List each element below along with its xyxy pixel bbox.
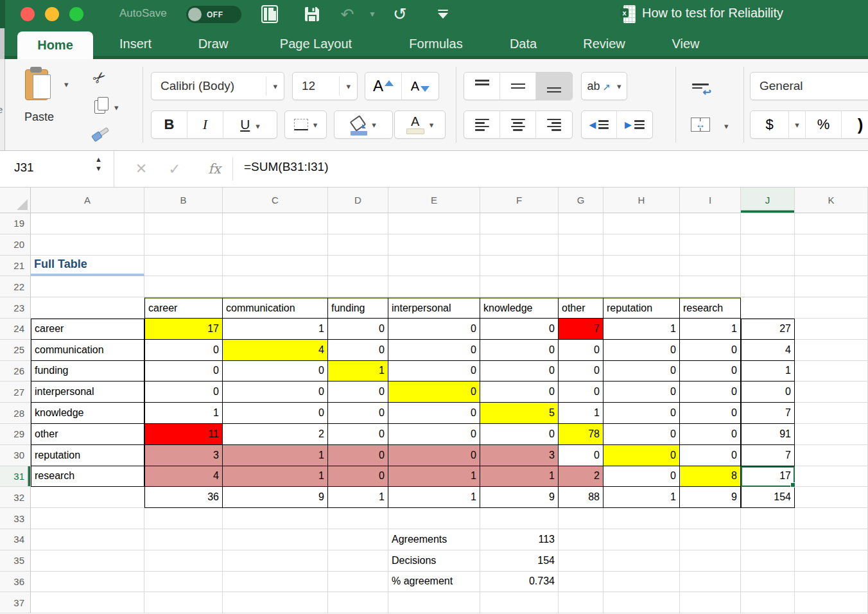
cell-G31[interactable]: 2 (559, 466, 603, 487)
new-workbook-button[interactable] (259, 5, 280, 23)
cell-E32[interactable]: 1 (388, 487, 480, 508)
cell-G33[interactable] (559, 508, 603, 529)
tab-view[interactable]: View (672, 28, 700, 59)
cell-G27[interactable]: 0 (559, 382, 603, 403)
cell-E23[interactable]: interpersonal (388, 297, 480, 319)
currency-dropdown[interactable] (789, 111, 806, 138)
cell-G37[interactable] (559, 592, 603, 613)
column-header-G[interactable]: G (559, 188, 603, 213)
cell-J37[interactable] (741, 592, 795, 613)
cell-H23[interactable]: reputation (603, 297, 680, 319)
merge-center-button[interactable]: ↔ (681, 110, 720, 139)
cell-I19[interactable] (680, 213, 741, 234)
cell-I35[interactable] (680, 550, 741, 572)
cell-I33[interactable] (680, 508, 741, 529)
borders-button[interactable] (284, 110, 327, 139)
cell-E36[interactable]: % agreement (388, 572, 480, 593)
tab-review[interactable]: Review (583, 28, 625, 59)
currency-style-button[interactable]: $ (751, 111, 789, 138)
row-header-37[interactable]: 37 (0, 592, 31, 613)
cell-H31[interactable]: 0 (603, 466, 680, 487)
row-header-29[interactable]: 29 (0, 424, 31, 445)
cell-A36[interactable] (31, 572, 144, 593)
cell-K26[interactable] (795, 361, 868, 382)
cell-E34[interactable]: Agreements (388, 529, 480, 550)
cell-K37[interactable] (795, 592, 868, 613)
cell-H21[interactable] (603, 256, 680, 277)
cell-C24[interactable]: 1 (223, 319, 328, 340)
undo-button[interactable]: ↶ (338, 5, 357, 23)
font-size-select[interactable]: 12 (292, 72, 358, 100)
cell-F25[interactable]: 0 (480, 340, 559, 361)
comma-style-button[interactable]: ) (842, 111, 868, 138)
cell-I25[interactable]: 0 (680, 340, 741, 361)
align-center-button[interactable] (500, 111, 536, 138)
cell-J26[interactable]: 1 (741, 361, 795, 382)
cell-D24[interactable]: 0 (328, 319, 388, 340)
cell-H35[interactable] (603, 550, 680, 572)
tab-insert[interactable]: Insert (119, 28, 152, 59)
bold-button[interactable]: B (152, 111, 187, 138)
cell-J28[interactable]: 7 (741, 403, 795, 424)
cell-C37[interactable] (223, 592, 328, 613)
cell-B27[interactable]: 0 (144, 382, 223, 403)
column-header-I[interactable]: I (680, 188, 741, 213)
cell-C33[interactable] (223, 508, 328, 529)
cell-B32[interactable]: 36 (144, 487, 223, 508)
cell-J22[interactable] (741, 276, 795, 297)
cell-C31[interactable]: 1 (223, 466, 328, 487)
cell-K30[interactable] (795, 445, 868, 466)
column-header-A[interactable]: A (31, 188, 144, 213)
cell-I30[interactable]: 0 (680, 445, 741, 466)
cell-E21[interactable] (388, 256, 480, 277)
cell-K33[interactable] (795, 508, 868, 529)
cell-B23[interactable]: career (144, 297, 223, 319)
cell-C28[interactable]: 0 (223, 403, 328, 424)
cell-I32[interactable]: 9 (680, 487, 741, 508)
cell-J23[interactable] (741, 297, 795, 319)
cell-A25[interactable]: communication (31, 340, 144, 361)
cell-J29[interactable]: 91 (741, 424, 795, 445)
cell-D34[interactable] (328, 529, 388, 550)
cell-B19[interactable] (144, 213, 223, 234)
grow-font-button[interactable]: A (365, 73, 402, 100)
cell-E26[interactable]: 0 (388, 361, 480, 382)
close-window-button[interactable] (21, 7, 35, 21)
cell-D28[interactable]: 0 (328, 403, 388, 424)
tab-formulas[interactable]: Formulas (409, 28, 462, 59)
autosave-toggle[interactable]: OFF (186, 6, 241, 23)
cell-C30[interactable]: 1 (223, 445, 328, 466)
cell-D35[interactable] (328, 550, 388, 572)
row-header-28[interactable]: 28 (0, 403, 31, 424)
cell-D33[interactable] (328, 508, 388, 529)
row-header-25[interactable]: 25 (0, 340, 31, 361)
cell-H34[interactable] (603, 529, 680, 550)
font-color-button[interactable]: A (394, 110, 446, 139)
row-header-27[interactable]: 27 (0, 382, 31, 403)
cell-D30[interactable]: 0 (328, 445, 388, 466)
row-header-26[interactable]: 26 (0, 361, 31, 382)
cell-A19[interactable] (31, 213, 144, 234)
shrink-font-button[interactable]: A (402, 73, 438, 100)
format-painter-button[interactable] (87, 125, 112, 143)
cell-D20[interactable] (328, 234, 388, 256)
row-header-21[interactable]: 21 (0, 256, 31, 277)
row-header-36[interactable]: 36 (0, 572, 31, 593)
cell-K23[interactable] (795, 297, 868, 319)
tab-data[interactable]: Data (510, 28, 537, 59)
cell-J30[interactable]: 7 (741, 445, 795, 466)
number-format-select[interactable]: General (750, 72, 868, 100)
cell-F27[interactable]: 0 (480, 382, 559, 403)
cell-B34[interactable] (144, 529, 223, 550)
cell-K27[interactable] (795, 382, 868, 403)
cell-H26[interactable]: 0 (603, 361, 680, 382)
column-header-K[interactable]: K (795, 188, 868, 213)
cell-E29[interactable]: 0 (388, 424, 480, 445)
cell-B20[interactable] (144, 234, 223, 256)
merge-dropdown[interactable] (724, 120, 729, 132)
cell-D22[interactable] (328, 276, 388, 297)
cell-K21[interactable] (795, 256, 868, 277)
cell-E25[interactable]: 0 (388, 340, 480, 361)
cell-B33[interactable] (144, 508, 223, 529)
cell-A30[interactable]: reputation (31, 445, 144, 466)
